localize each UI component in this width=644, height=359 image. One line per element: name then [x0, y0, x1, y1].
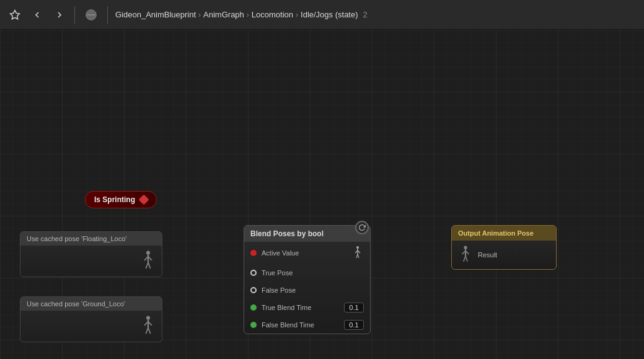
svg-line-18 — [148, 327, 151, 334]
breadcrumb: Gideon_AnimBlueprint › AnimGraph › Locom… — [115, 10, 368, 19]
floating-loco-pose-icon — [139, 250, 157, 272]
blend-value-true-blend-time[interactable]: 0.1 — [344, 303, 364, 312]
forward-button[interactable] — [50, 5, 69, 25]
node-is-sprinting[interactable]: Is Sprinting — [85, 191, 157, 208]
floating-loco-body — [20, 246, 162, 277]
svg-line-17 — [146, 327, 148, 334]
node-sprinting-label: Is Sprinting — [94, 195, 135, 204]
svg-line-30 — [465, 256, 467, 262]
cancel-icon-button[interactable] — [80, 4, 102, 26]
svg-line-24 — [358, 254, 359, 258]
output-pose-body: Result — [452, 241, 556, 269]
node-output-animation-pose[interactable]: Output Animation Pose Result — [451, 225, 557, 270]
ground-loco-pose-icon — [139, 316, 157, 337]
connections-svg — [0, 30, 186, 123]
breadcrumb-locomotion[interactable]: Locomotion — [252, 10, 293, 19]
blend-row-true-blend-time: True Blend Time 0.1 — [244, 299, 370, 316]
ground-loco-title: Use cached pose 'Ground_Loco' — [20, 297, 162, 311]
breadcrumb-anim-graph[interactable]: AnimGraph — [203, 10, 244, 19]
toolbar-sep-2 — [107, 6, 108, 24]
blend-label-false-pose: False Pose — [262, 286, 364, 294]
output-result-label: Result — [478, 251, 497, 259]
page-number: 2 — [363, 10, 368, 19]
blend-label-false-blend-time: False Blend Time — [262, 321, 339, 329]
canvas[interactable]: Is Sprinting Use cached pose 'Floating_L… — [0, 30, 644, 359]
breadcrumb-sep-3: › — [296, 11, 298, 19]
pin-right-active-value — [351, 244, 364, 262]
node-floating-loco[interactable]: Use cached pose 'Floating_Loco' — [20, 231, 162, 277]
svg-line-11 — [146, 262, 148, 268]
node-blend-poses[interactable]: Blend Poses by bool Active Value True Po… — [244, 225, 371, 334]
svg-point-25 — [464, 246, 467, 249]
favorite-button[interactable] — [5, 5, 25, 25]
blend-row-active-value: Active Value — [244, 242, 370, 264]
blend-poses-title: Blend Poses by bool — [244, 226, 370, 242]
blend-row-false-pose: False Pose — [244, 281, 370, 299]
floating-loco-title: Use cached pose 'Floating_Loco' — [20, 232, 162, 246]
node-sprinting-output-pin — [139, 195, 149, 205]
blend-row-true-pose: True Pose — [244, 264, 370, 281]
breadcrumb-sep-2: › — [247, 11, 249, 19]
svg-line-29 — [464, 256, 465, 262]
svg-point-19 — [356, 246, 359, 249]
blend-value-false-blend-time[interactable]: 0.1 — [344, 320, 364, 330]
ground-loco-body — [20, 311, 162, 342]
pin-false-pose — [250, 287, 257, 293]
pin-active-value — [250, 250, 257, 256]
breadcrumb-anim-blueprint[interactable]: Gideon_AnimBlueprint — [115, 10, 196, 19]
back-button[interactable] — [27, 5, 47, 25]
blend-row-false-blend-time: False Blend Time 0.1 — [244, 316, 370, 334]
svg-point-13 — [146, 316, 150, 320]
svg-marker-0 — [11, 10, 20, 19]
svg-point-7 — [146, 251, 150, 255]
pin-false-blend-time — [250, 322, 257, 328]
output-pose-icon — [458, 246, 473, 264]
toolbar: Gideon_AnimBlueprint › AnimGraph › Locom… — [0, 0, 644, 30]
pin-true-blend-time — [250, 304, 257, 311]
toolbar-sep-1 — [74, 6, 75, 24]
blend-label-true-pose: True Pose — [262, 269, 364, 277]
output-pose-title: Output Animation Pose — [452, 226, 556, 241]
breadcrumb-idle-jogs[interactable]: Idle/Jogs (state) — [301, 10, 358, 19]
svg-line-12 — [148, 262, 151, 268]
breadcrumb-sep-1: › — [198, 11, 201, 19]
blend-poses-title-label: Blend Poses by bool — [250, 229, 324, 238]
pin-true-pose — [250, 270, 257, 276]
blend-label-true-blend-time: True Blend Time — [262, 304, 339, 311]
blend-refresh-button[interactable] — [355, 221, 369, 234]
blend-label-active-value: Active Value — [262, 249, 346, 257]
node-ground-loco[interactable]: Use cached pose 'Ground_Loco' — [20, 296, 162, 342]
